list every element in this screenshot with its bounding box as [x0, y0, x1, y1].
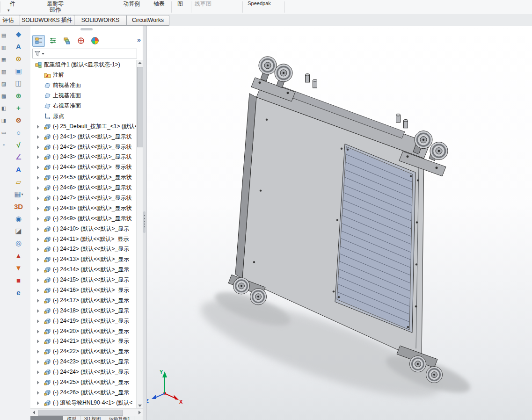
tree-item[interactable]: (-) 24<22> (默认<<默认>_显示 — [30, 347, 137, 357]
toolbar-icon[interactable]: ◎ — [9, 237, 28, 249]
toolbar-icon[interactable]: ⊕ — [9, 89, 28, 101]
panel-grip[interactable] — [80, 28, 93, 30]
tree-item[interactable]: (-) 24<25> (默认<<默认>_显示 — [30, 377, 137, 388]
expand-arrow-icon[interactable] — [35, 400, 44, 406]
tree-item[interactable]: (-) 24<15> (默认<<默认>_显示 — [30, 275, 137, 285]
expand-arrow-icon[interactable] — [35, 164, 44, 170]
side-strip-icon[interactable]: ▤ — [0, 29, 7, 41]
expand-arrow-icon[interactable] — [35, 123, 44, 130]
expand-arrow-icon[interactable] — [35, 174, 44, 181]
commandmanager-tab[interactable]: SOLIDWORKS 插件 — [20, 15, 74, 26]
expand-arrow-icon[interactable] — [35, 236, 44, 242]
graphics-viewport[interactable]: Y X Z — [143, 26, 532, 420]
tab-dimxpertmanager[interactable] — [74, 35, 87, 47]
toolbar-icon[interactable]: + — [9, 102, 28, 114]
expand-arrow-icon[interactable] — [35, 277, 44, 283]
tree-item[interactable]: (-) 24<1> (默认<<默认>_显示状 — [30, 131, 137, 142]
tree-item[interactable]: (-) 滚轮导靴HNL90-4<1> (默认< — [30, 398, 137, 408]
viewport-tab[interactable]: 运动算例1 — [105, 416, 135, 420]
tree-item[interactable]: (-) 24<11> (默认<<默认>_显示 — [30, 234, 137, 244]
side-strip-icon[interactable]: ◨ — [0, 114, 7, 126]
expand-arrow-icon[interactable] — [35, 205, 44, 211]
panel-flyout-chevron-icon[interactable]: » — [137, 36, 141, 43]
dropdown-caret-icon[interactable]: ▾ — [59, 8, 61, 13]
toolbar-icon[interactable]: ▦ ▾ — [9, 188, 28, 200]
tree-item[interactable]: (-) 24<5> (默认<<默认>_显示状 — [30, 173, 137, 183]
panel-splitter[interactable] — [143, 26, 147, 420]
expand-arrow-icon[interactable] — [35, 195, 44, 201]
expand-arrow-icon[interactable] — [35, 134, 44, 140]
side-strip-icon[interactable]: ▩ — [0, 90, 7, 102]
tree-item[interactable]: 前视基准面 — [30, 80, 137, 91]
tree-item[interactable]: (-) 24<4> (默认<<默认>_显示状 — [30, 162, 137, 173]
ribbon-button[interactable]: 线草图 — [193, 1, 213, 7]
tab-featuremanager[interactable] — [32, 35, 45, 47]
commandmanager-tab[interactable]: CircuitWorks — [126, 15, 169, 26]
tree-horizontal-scrollbar[interactable] — [30, 408, 143, 416]
tree-item[interactable]: (-) 24<14> (默认<<默认>_显示 — [30, 265, 137, 275]
side-strip-icon[interactable]: ▦ — [0, 53, 7, 65]
scroll-left-icon[interactable] — [30, 409, 37, 416]
expand-arrow-icon[interactable] — [35, 154, 44, 160]
tree-item[interactable]: (-) 24<24> (默认<<默认>_显示 — [30, 367, 137, 377]
toolbar-icon[interactable]: ▣ — [9, 65, 28, 77]
tab-configurationmanager[interactable] — [60, 35, 73, 47]
toolbar-icon[interactable]: A — [9, 163, 28, 175]
tree-item[interactable]: (-) 24<10> (默认<<默认>_显示 — [30, 224, 137, 234]
side-strip-icon[interactable]: ▭ — [0, 126, 7, 138]
expand-arrow-icon[interactable] — [35, 267, 44, 273]
tree-item[interactable]: (-) 24<20> (默认<<默认>_显示 — [30, 326, 137, 336]
filter-input[interactable] — [45, 50, 135, 58]
splitter-grip[interactable] — [143, 211, 146, 233]
toolbar-icon[interactable]: ○ — [9, 126, 28, 138]
commandmanager-tab[interactable]: 评估 — [0, 15, 20, 26]
tree-item[interactable]: (-) 24<26> (默认<<默认>_显示 — [30, 388, 137, 398]
expand-arrow-icon[interactable] — [35, 256, 44, 262]
ribbon-button[interactable]: Speedpak — [244, 0, 274, 7]
expand-arrow-icon[interactable] — [35, 318, 44, 324]
ribbon-button[interactable]: 动算例 — [121, 1, 142, 7]
side-strip-icon[interactable]: ▨ — [0, 78, 7, 90]
tree-item[interactable]: (-) 24<17> (默认<<默认>_显示 — [30, 295, 137, 305]
viewport-tab[interactable]: 3D 视图 — [80, 416, 105, 420]
tree-item[interactable]: (-) 24<19> (默认<<默认>_显示 — [30, 316, 137, 326]
toolbar-icon[interactable]: ⊙ — [9, 53, 28, 65]
ribbon-button[interactable]: 最耐零部件 — [45, 1, 66, 13]
tree-item[interactable]: (-) 24<7> (默认<<默认>_显示状 — [30, 193, 137, 203]
toolbar-icon[interactable]: A — [9, 40, 28, 52]
toolbar-icon[interactable]: ▲ — [9, 249, 28, 261]
ribbon-button[interactable]: 图 — [174, 1, 186, 7]
side-strip-icon[interactable]: ▫ — [0, 138, 7, 151]
tree-item[interactable]: (-) 24<8> (默认<<默认>_显示状 — [30, 203, 137, 213]
toolbar-icon[interactable]: ∠ — [9, 151, 28, 163]
expand-arrow-icon[interactable] — [35, 359, 44, 365]
expand-arrow-icon[interactable] — [35, 246, 44, 252]
expand-arrow-icon[interactable] — [35, 308, 44, 314]
horizontal-scroll-thumb[interactable] — [38, 410, 123, 416]
tree-item[interactable]: (-) 24<16> (默认<<默认>_显示 — [30, 285, 137, 296]
expand-arrow-icon[interactable] — [35, 328, 44, 334]
toolbar-icon[interactable]: ◪ — [9, 225, 28, 237]
toolbar-icon[interactable]: ⊗ — [9, 114, 28, 126]
tab-propertymanager[interactable] — [46, 35, 59, 47]
expand-arrow-icon[interactable] — [35, 144, 44, 150]
tree-item[interactable]: 上视基准面 — [30, 91, 137, 101]
tree-item[interactable]: (-) 25_Default_按加工_<1> (默认< — [30, 121, 137, 131]
side-strip-icon[interactable]: ▥ — [0, 41, 7, 53]
toolbar-icon[interactable]: ◫ — [9, 77, 28, 89]
scroll-right-icon[interactable] — [136, 409, 143, 416]
expand-arrow-icon[interactable] — [35, 226, 44, 232]
expand-arrow-icon[interactable] — [35, 369, 44, 375]
toolbar-icon[interactable]: ■ — [9, 274, 28, 286]
tree-item[interactable]: (-) 24<3> (默认<<默认>_显示状 — [30, 152, 137, 162]
commandmanager-tab[interactable]: SOLIDWORKS MBD — [74, 15, 127, 26]
tree-item[interactable]: 右视基准面 — [30, 101, 137, 111]
scroll-up-icon[interactable] — [137, 60, 143, 66]
toolbar-icon[interactable]: 3D — [9, 200, 28, 212]
toolbar-icon[interactable]: √ — [9, 139, 28, 151]
dropdown-caret-icon[interactable]: ▾ — [7, 8, 10, 13]
side-strip-icon[interactable]: ◧ — [0, 102, 7, 114]
tree-item[interactable]: (-) 24<2> (默认<<默认>_显示状 — [30, 142, 137, 152]
tree-item[interactable]: (-) 24<12> (默认<<默认>_显示 — [30, 244, 137, 254]
ribbon-button[interactable]: 轴表 — [151, 1, 168, 7]
